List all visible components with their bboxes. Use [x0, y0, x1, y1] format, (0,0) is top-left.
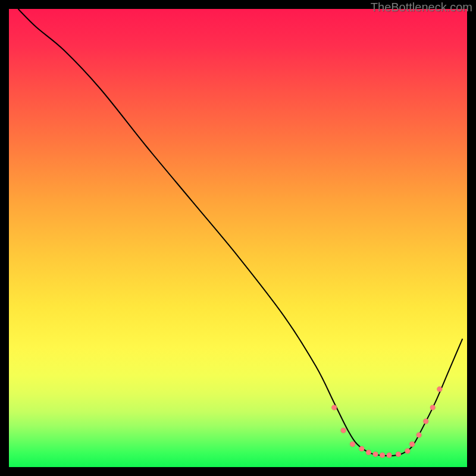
- plot-svg: [9, 9, 467, 467]
- data-point: [416, 433, 422, 438]
- bottleneck-curve: [18, 9, 462, 456]
- data-point: [409, 441, 415, 447]
- data-point: [331, 405, 337, 410]
- data-point: [430, 405, 436, 410]
- data-point: [423, 419, 428, 424]
- data-point: [437, 387, 442, 392]
- data-point: [387, 452, 392, 458]
- data-point: [350, 441, 355, 447]
- data-point: [405, 449, 410, 454]
- data-point: [373, 452, 378, 457]
- data-point: [366, 450, 371, 455]
- data-point: [359, 446, 364, 452]
- data-point: [380, 452, 385, 458]
- plot-area: [9, 9, 467, 467]
- chart-container: TheBottleneck.com: [0, 0, 476, 476]
- data-point: [341, 428, 346, 433]
- data-point: [396, 452, 401, 457]
